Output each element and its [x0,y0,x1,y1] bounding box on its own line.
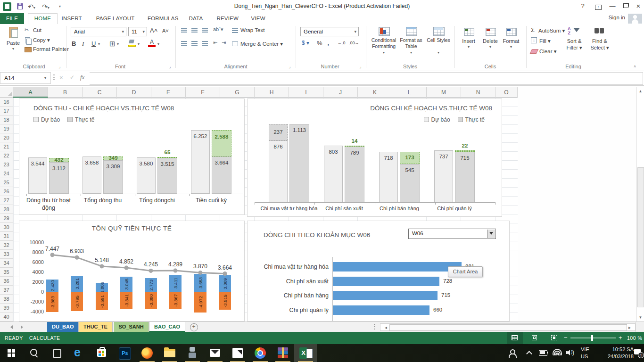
row-header-27[interactable]: 27 [0,196,13,205]
column-header-C[interactable]: C [83,87,117,98]
battery-icon[interactable] [539,350,547,356]
sheet-nav-prev-icon[interactable] [10,325,13,329]
delta-segment[interactable] [455,150,475,152]
italic-icon[interactable]: I [82,40,84,48]
delete-button[interactable]: Delete▾ [480,25,501,61]
volume-icon[interactable]: )) [566,349,574,356]
h-bar[interactable] [333,291,438,300]
h-bar[interactable] [333,305,429,315]
underline-icon[interactable]: U [91,40,96,47]
name-box-dropdown-icon[interactable]: ▾ [44,76,46,80]
row-header-17[interactable]: 17 [0,107,13,115]
insert-button[interactable]: Insert▾ [458,25,479,61]
font-size-dropdown-icon[interactable]: ▾ [142,27,145,36]
row-header-19[interactable]: 19 [0,124,13,133]
column-header-G[interactable]: G [220,87,255,98]
ribbon-tab-home[interactable]: HOME [28,13,58,25]
cancel-entry-icon[interactable]: × [59,74,63,81]
fx-icon[interactable]: fx [80,74,84,81]
dialog-launcher-icon[interactable]: ⌟ [169,64,171,69]
formula-input[interactable] [90,72,643,85]
font-name-combo[interactable]: Arial▾ [71,27,126,36]
vertical-scroll-thumb[interactable] [637,167,644,307]
wifi-icon[interactable] [553,349,562,355]
bar-du-bao[interactable] [191,130,210,194]
column-header-J[interactable]: J [323,87,358,98]
column-header-K[interactable]: K [358,87,392,98]
notes-app-icon[interactable] [226,344,249,362]
normal-view-button[interactable] [507,332,523,344]
borders-dropdown-icon[interactable]: ▾ [117,42,119,46]
align-icon[interactable] [181,28,187,33]
ribbon-tab-file[interactable]: FILE [0,13,24,24]
zoom-level[interactable]: 100 % [627,335,642,341]
people-icon[interactable] [508,348,518,358]
chart-spending-by-category[interactable]: DÒNG CHI THEO KHOẢN MỤC W06W06Chi mua vậ… [247,221,510,321]
tray-chevron-icon[interactable] [527,351,531,355]
paste-button[interactable]: Paste▾ [4,25,23,61]
excel-taskbar-icon[interactable]: X [294,344,317,362]
borders-icon[interactable]: ⊞ [109,40,116,48]
dialog-launcher-icon[interactable]: ⌟ [289,64,290,69]
row-header-31[interactable]: 31 [0,232,13,241]
delta-segment[interactable] [345,146,364,147]
chrome-icon[interactable] [249,344,272,362]
row-header-28[interactable]: 28 [0,205,13,214]
conditional-formatting-button[interactable]: Conditional Formatting▾ [371,25,397,61]
align-icon[interactable] [191,28,198,33]
increase-indent-icon[interactable]: ⇥ [222,40,226,46]
photoshop-icon[interactable]: Ps [113,344,136,362]
ribbon-tab-page-layout[interactable]: PAGE LAYOUT [90,13,141,24]
sort-filter-button[interactable]: A ZSort & Filter ▾ [562,25,586,61]
sign-in-link[interactable]: Sign in [609,15,625,20]
scroll-left-icon[interactable]: ◄ [382,326,389,330]
row-header-39[interactable]: 39 [0,304,13,313]
clock[interactable]: 10:52 SA24/03/2018 [597,346,634,361]
fill-color-icon[interactable] [128,40,136,47]
ribbon-tab-view[interactable]: VIEW [245,13,272,24]
winrar-icon[interactable] [272,344,294,362]
accounting-format-icon[interactable]: $ ▾ [302,40,309,46]
search-button[interactable] [23,344,45,362]
column-header-L[interactable]: L [392,87,427,98]
align-icon[interactable] [202,28,208,33]
column-header-N[interactable]: N [461,87,495,98]
zoom-in-icon[interactable]: + [619,334,622,341]
name-box[interactable]: A14 [0,72,51,84]
week-selector-dropdown[interactable]: W06 [408,229,496,239]
store-icon[interactable] [91,344,113,362]
column-header-F[interactable]: F [186,87,220,98]
sheet-tab-so_sanh[interactable]: SO_SANH [114,322,149,332]
column-header-H[interactable]: H [255,87,289,98]
format-as-table-button[interactable]: Format as Table▾ [398,25,424,61]
zoom-out-icon[interactable]: − [564,334,568,341]
row-header-26[interactable]: 26 [0,187,13,196]
page-layout-view-button[interactable] [527,332,543,344]
decrease-indent-icon[interactable]: ⇤ [213,40,217,46]
firefox-icon[interactable] [136,344,158,362]
chart-cash-balance[interactable]: TỒN QUỸ TIỀN THỰC TẾ10000800060004000200… [19,221,245,321]
confirm-entry-icon[interactable]: ✓ [70,74,74,81]
row-header-30[interactable]: 30 [0,223,13,232]
new-sheet-button[interactable]: + [190,323,198,331]
row-header-40[interactable]: 40 [0,313,13,321]
sheet-tab-thuc_te[interactable]: THUC_TE [79,322,113,332]
ribbon-tab-review[interactable]: REVIEW [210,13,245,24]
number-format-dropdown-icon[interactable]: ▾ [354,27,356,36]
minimize-icon[interactable]: — [606,0,619,12]
zoom-slider[interactable] [570,337,616,338]
row-header-24[interactable]: 24 [0,169,13,178]
avatar[interactable] [628,14,642,24]
sheet-tab-bao_cao[interactable]: BAO_CAO [149,322,185,332]
language-indicator[interactable]: VIEUS [581,346,595,361]
column-header-E[interactable]: E [151,87,186,98]
underline-dropdown-icon[interactable]: ▾ [98,42,100,46]
fill-dropdown-icon[interactable]: ▾ [138,42,140,46]
h-bar[interactable] [333,277,439,286]
find-select-button[interactable]: Find & Select ▾ [587,25,612,61]
edge-icon[interactable]: e [68,344,91,362]
cell-styles-button[interactable]: Cell Styles▾ [425,25,452,61]
ribbon-tab-formulas[interactable]: FORMULAS [141,13,185,24]
shrink-font-icon[interactable]: A˅ [162,28,169,33]
row-header-36[interactable]: 36 [0,277,13,286]
